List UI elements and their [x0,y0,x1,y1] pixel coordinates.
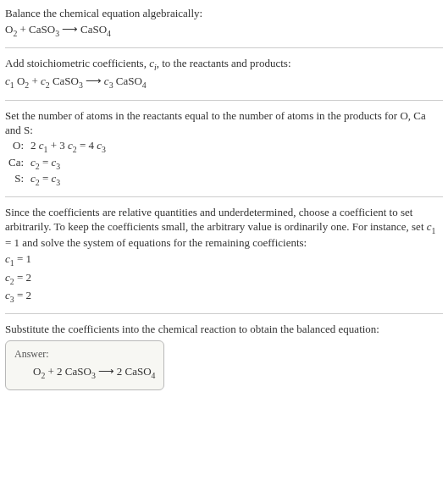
ca-c3-sub: 3 [56,161,60,170]
c2-val: = 2 [14,271,31,284]
product-caso4: CaSO [80,23,107,36]
section-balance: Balance the chemical equation algebraica… [5,7,443,39]
caso3: CaSO [53,75,79,87]
answer-label: Answer: [14,348,155,362]
o-eq-b: + 3 [47,139,68,152]
arrow-icon: ⟶ [83,75,104,87]
ans-rhs-pre: 2 [117,365,125,378]
section-solve: Since the coefficients are relative quan… [5,206,443,305]
plus-sign: + [17,23,29,36]
arrow-icon: ⟶ [96,365,117,378]
stoich-title-a: Add stoichiometric coefficients, [5,57,149,69]
o2: O [17,75,25,87]
stoich-title-b: , to the reactants and products: [157,57,291,69]
arrow-icon: ⟶ [59,23,80,36]
section-stoichiometric: Add stoichiometric coefficients, ci, to … [5,57,443,91]
coeff-c3-line: c3 = 2 [5,289,443,305]
table-row: Ca: c2 = c3 [5,156,109,172]
s-eq: = [40,172,52,185]
stoich-title: Add stoichiometric coefficients, ci, to … [5,57,443,73]
answer-box: Answer: O2 + 2 CaSO3⟶2 CaSO4 [5,340,164,390]
ans-caso4: CaSO [125,365,152,378]
divider [5,47,443,48]
section-substitute: Substitute the coefficients into the che… [5,323,443,390]
unbalanced-equation: O2 + CaSO3⟶CaSO4 [5,23,443,39]
solve-c1-sub: 1 [432,226,436,235]
reactant-caso3: CaSO [29,23,55,36]
ans-caso4-sub: 4 [152,370,156,379]
substitute-title: Substitute the coefficients into the che… [5,323,443,337]
section-atoms: Set the number of atoms in the reactants… [5,109,443,189]
element-ca-label: Ca: [5,156,27,172]
balance-title: Balance the chemical equation algebraica… [5,7,443,21]
balanced-equation: O2 + 2 CaSO3⟶2 CaSO4 [14,365,155,381]
ans-caso3: CaSO [65,365,91,378]
coeff-c1-line: c1 = 1 [5,252,443,268]
caso4: CaSO [116,75,142,87]
c2-sub: 2 [46,80,50,90]
c3-val: = 2 [14,289,31,301]
solve-title: Since the coefficients are relative quan… [5,206,443,251]
ans-plus: + 2 [45,365,65,378]
product-caso4-sub: 4 [107,28,111,37]
table-row: O: 2 c1 + 3 c2 = 4 c3 [5,139,109,155]
c3-sub: 3 [109,80,113,90]
ans-o2: O [33,365,41,378]
plus: + [29,75,41,87]
o-eq-a: 2 [30,139,39,152]
element-s-label: S: [5,172,27,188]
element-ca-equation: c2 = c3 [27,156,109,172]
atom-balance-table: O: 2 c1 + 3 c2 = 4 c3 Ca: c2 = c3 S: c2 … [5,139,109,188]
s-c3-sub: 3 [56,178,60,187]
caso4-sub: 4 [142,80,147,90]
atoms-title: Set the number of atoms in the reactants… [5,109,443,138]
divider [5,313,443,314]
reactant-o2: O [5,23,13,36]
coeff-c2-line: c2 = 2 [5,271,443,287]
ca-eq: = [40,156,52,168]
element-o-equation: 2 c1 + 3 c2 = 4 c3 [27,139,109,155]
o-eq-c: = 4 [77,139,97,152]
divider [5,196,443,197]
element-s-equation: c2 = c3 [27,172,109,188]
divider [5,100,443,101]
table-row: S: c2 = c3 [5,172,109,188]
c1-val: = 1 [14,252,31,265]
solve-title-a: Since the coefficients are relative quan… [5,206,427,233]
c1-sub: 1 [10,80,14,90]
coefficient-equation: c1 O2 + c2 CaSO3⟶c3 CaSO4 [5,75,443,91]
solve-title-b: = 1 and solve the system of equations fo… [5,236,307,249]
o-c3-sub: 3 [102,145,106,154]
element-o-label: O: [5,139,27,155]
